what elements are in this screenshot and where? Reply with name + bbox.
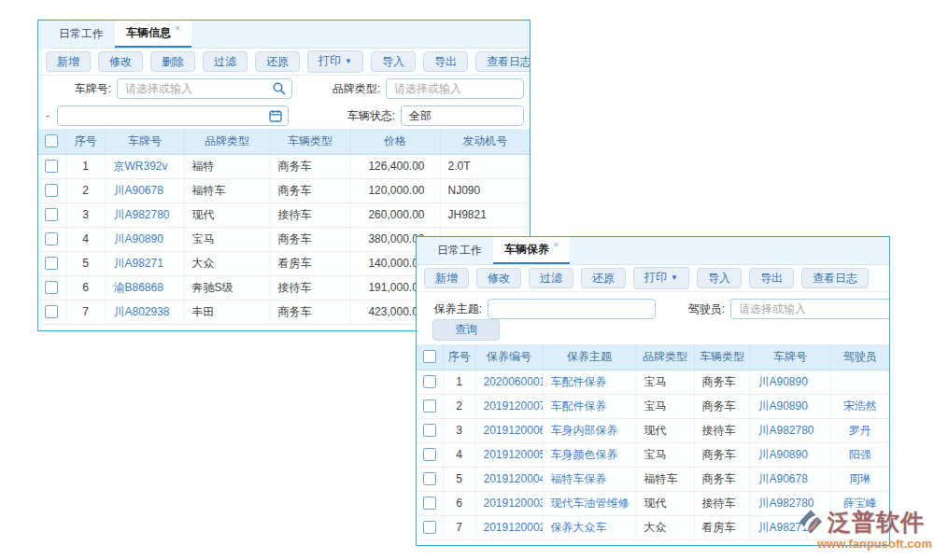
row-checkbox[interactable]: [423, 424, 436, 437]
cell-link[interactable]: 车身内部保养: [543, 418, 636, 442]
cell-link[interactable]: 川A90890: [750, 442, 830, 467]
column-header: 驾驶员: [830, 344, 889, 370]
vehicle-maintenance-table: 序号保养编号保养主题品牌类型车辆类型车牌号驾驶员12020060001车配件保养…: [417, 344, 889, 545]
toolbar-button[interactable]: 删除: [150, 51, 195, 72]
row-checkbox[interactable]: [423, 399, 436, 413]
cell-link[interactable]: 2019120005: [475, 442, 543, 467]
toolbar-button[interactable]: 还原: [255, 51, 300, 72]
tab-active[interactable]: 车辆信息×: [115, 21, 191, 48]
cell-link[interactable]: 川A98271: [106, 251, 184, 275]
toolbar-button[interactable]: 修改: [98, 51, 143, 72]
tab-inactive[interactable]: 日常工作: [48, 21, 115, 48]
cell-link[interactable]: 川A982780: [750, 491, 830, 515]
cell-link[interactable]: 2019120006: [475, 418, 543, 442]
cell-link[interactable]: 川A982780: [750, 418, 830, 442]
cell-link[interactable]: 车配件保养: [543, 370, 636, 394]
cell-link[interactable]: 2020060001: [475, 370, 543, 394]
cell-link[interactable]: [830, 370, 889, 394]
cell-text: 宝马: [184, 227, 270, 251]
cell-link[interactable]: 川A90890: [750, 370, 830, 394]
cell-link[interactable]: 阳强: [830, 442, 889, 467]
cell-link[interactable]: 罗丹: [830, 418, 889, 442]
header-checkbox-cell: [417, 344, 443, 370]
toolbar-button[interactable]: 打印▼: [633, 267, 689, 289]
cell-link[interactable]: 薛宝峰: [830, 491, 889, 515]
cell-link[interactable]: [830, 515, 889, 539]
row-checkbox[interactable]: [423, 521, 436, 534]
tab-bar: 日常工作车辆信息×: [38, 21, 530, 49]
cell-text: 看房车: [694, 515, 750, 539]
cell-text: 2: [443, 394, 475, 418]
tab-inactive[interactable]: 日常工作: [426, 237, 493, 264]
toolbar-button[interactable]: 导出: [423, 51, 468, 72]
query-button[interactable]: 查询: [432, 319, 500, 341]
row-checkbox[interactable]: [45, 208, 58, 221]
toolbar-button[interactable]: 还原: [581, 268, 626, 288]
close-icon[interactable]: ×: [553, 239, 559, 250]
cell-link[interactable]: 京WR392v: [106, 154, 184, 178]
cell-link[interactable]: 福特车保养: [543, 467, 636, 491]
plate-input[interactable]: [117, 78, 292, 99]
toolbar-button[interactable]: 过滤: [203, 51, 248, 72]
cell-link[interactable]: 川A98271: [750, 515, 830, 539]
select-all-checkbox[interactable]: [423, 350, 436, 363]
toolbar-button[interactable]: 导出: [749, 268, 794, 288]
driver-input[interactable]: [730, 299, 889, 319]
cell-link[interactable]: 周琳: [830, 467, 889, 491]
brand-type-input[interactable]: [386, 78, 524, 99]
filter-area: 车牌号: 品牌类型: - 车辆状态:: [38, 77, 530, 132]
toolbar-button[interactable]: 打印▼: [307, 50, 363, 73]
plate-label: 车牌号:: [38, 81, 111, 97]
toolbar-button[interactable]: 查看日志: [475, 51, 531, 72]
cell-link[interactable]: 2019120007: [475, 394, 543, 418]
toolbar-button[interactable]: 导入: [697, 268, 742, 288]
toolbar-button[interactable]: 修改: [476, 268, 521, 288]
row-checkbox-cell: [38, 300, 65, 324]
toolbar-button[interactable]: 查看日志: [801, 268, 869, 288]
table-row: 32019120006车身内部保养现代接待车川A982780罗丹: [417, 418, 889, 442]
row-checkbox[interactable]: [45, 160, 58, 173]
date-input[interactable]: [57, 105, 289, 126]
row-checkbox[interactable]: [423, 497, 436, 510]
cell-link[interactable]: 川A90678: [106, 178, 184, 203]
cell-link[interactable]: 2019120002: [475, 515, 543, 539]
cell-link[interactable]: 2019120003: [475, 491, 543, 515]
cell-link[interactable]: 保养大众车: [543, 515, 636, 539]
select-all-checkbox[interactable]: [45, 134, 58, 147]
cell-link[interactable]: 川A802938: [106, 300, 184, 324]
cell-link[interactable]: 川A90890: [106, 227, 184, 251]
close-icon[interactable]: ×: [175, 22, 180, 34]
cell-link[interactable]: 川A90890: [750, 394, 830, 418]
toolbar-button[interactable]: 新增: [46, 51, 91, 72]
cell-link[interactable]: 车身颜色保养: [543, 442, 636, 467]
row-checkbox[interactable]: [423, 448, 436, 461]
cell-text: 4: [65, 227, 106, 251]
calendar-icon[interactable]: [268, 108, 283, 123]
tab-active[interactable]: 车辆保养×: [493, 237, 570, 264]
row-checkbox[interactable]: [45, 305, 58, 318]
toolbar-button[interactable]: 新增: [424, 268, 469, 288]
row-checkbox[interactable]: [45, 281, 58, 294]
row-checkbox-cell: [38, 178, 65, 203]
cell-link[interactable]: 宋浩然: [830, 394, 889, 418]
cell-link[interactable]: 2019120004: [475, 467, 543, 491]
cell-link[interactable]: 现代车油管维修: [543, 491, 636, 515]
toolbar-button[interactable]: 过滤: [529, 268, 573, 288]
cell-link[interactable]: 川A90678: [750, 467, 830, 491]
cell-link[interactable]: 车配件保养: [543, 394, 636, 418]
row-checkbox-cell: [38, 154, 65, 178]
vehicle-status-select[interactable]: [401, 105, 524, 126]
cell-link[interactable]: 川A982780: [106, 203, 184, 227]
row-checkbox[interactable]: [45, 184, 58, 197]
table-row: 52019120004福特车保养福特车商务车川A90678周琳: [417, 467, 889, 491]
row-checkbox[interactable]: [45, 232, 58, 245]
row-checkbox[interactable]: [423, 472, 436, 485]
search-icon[interactable]: [272, 81, 287, 96]
row-checkbox[interactable]: [423, 375, 436, 388]
toolbar-button[interactable]: 导入: [371, 51, 416, 72]
column-header: 价格: [350, 129, 440, 154]
header-checkbox-cell: [38, 129, 65, 154]
cell-link[interactable]: 渝B86868: [106, 275, 184, 300]
row-checkbox[interactable]: [45, 257, 58, 270]
maintenance-subject-input[interactable]: [488, 299, 656, 319]
